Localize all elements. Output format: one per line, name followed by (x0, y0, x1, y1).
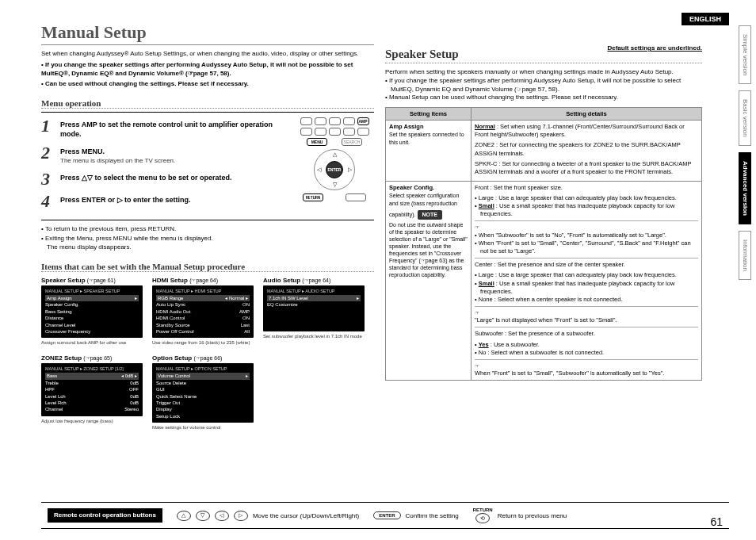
panel-speaker-setup: Speaker Setup (☞page 61) MANUAL SETUP ▸ … (41, 277, 143, 345)
remote-diagram: AMP MENU SEARCH △ ▽ ◁ ▷ (298, 117, 371, 195)
row-amp-assign: Amp Assign Set the speakers connected to… (386, 121, 472, 182)
remote-btn (343, 117, 355, 125)
remote-dpad: △ ▽ ◁ ▷ ENTER (314, 149, 355, 190)
menu-operation-heading: Menu operation (41, 98, 374, 109)
enter-button-icon: ENTER (373, 511, 400, 519)
footer-return-group: RETURN ⟲ Return to previous menu (473, 507, 567, 523)
panel-audio-setup: Audio Setup (☞page 64) MANUAL SETUP ▸ AU… (263, 277, 365, 345)
remote-btn (357, 128, 369, 136)
arrow-right-icon: ▷ (348, 167, 352, 173)
after-steps-notes: To return to the previous item, press RE… (41, 225, 374, 252)
col-setting-items: Setting items (386, 108, 472, 121)
pointer-icon (475, 309, 698, 316)
speaker-intro: Perform when setting the speakers manual… (385, 68, 702, 102)
footer-bar: Remote control operation buttons △ ▽ ◁ ▷… (41, 502, 729, 529)
settings-table: Setting items Setting details Amp Assign… (385, 107, 702, 381)
note-badge: NOTE (418, 210, 442, 219)
arrow-left-icon: ◁ (317, 167, 321, 173)
tab-information[interactable]: Information (739, 231, 751, 280)
row-speaker-config-details: Front : Set the front speaker size. Larg… (472, 181, 702, 380)
remote-btn (300, 128, 312, 136)
remote-amp-button: AMP (357, 117, 369, 125)
remote-btn (329, 128, 341, 136)
remote-btn (315, 128, 326, 136)
steps-box: AMP MENU SEARCH △ ▽ ◁ ▷ (41, 112, 374, 220)
language-badge: ENGLISH (682, 13, 729, 25)
remote-return-button: RETURN (303, 193, 323, 201)
items-heading: Items that can be set with the Manual Se… (41, 262, 374, 272)
remote-btn (315, 117, 326, 125)
pointer-icon (475, 362, 698, 370)
arrow-down-icon: ▽ (333, 182, 337, 188)
col-setting-details: Setting details (472, 108, 702, 121)
footer-enter-group: ENTER Confirm the setting (373, 511, 458, 519)
row-amp-assign-details: Normal : Normal : Set when using 7.1-cha… (472, 121, 702, 182)
page-title: Manual Setup (41, 22, 374, 45)
tab-advanced-version[interactable]: Advanced version (739, 152, 751, 224)
cursor-left-icon: ◁ (215, 511, 229, 521)
remote-enter-button: ENTER (326, 161, 343, 178)
footer-cursor-group: △ ▽ ◁ ▷ Move the cursor (Up/Down/Left/Ri… (177, 511, 359, 521)
page-number: 61 (710, 515, 723, 528)
remote-btn (343, 128, 355, 136)
pointer-icon (475, 224, 698, 231)
panel-hdmi-setup: HDMI Setup (☞page 64) MANUAL SETUP ▸ HDM… (152, 277, 254, 345)
default-settings-note: Default settings are underlined. (607, 44, 702, 52)
arrow-up-icon: △ (333, 151, 337, 158)
intro-block: Set when changing Audyssey® Auto Setup S… (41, 50, 374, 89)
side-tabs: Simple version Basic version Advanced ve… (739, 25, 751, 280)
osd-panels: Speaker Setup (☞page 61) MANUAL SETUP ▸ … (41, 277, 374, 430)
remote-search-button: SEARCH (342, 138, 362, 146)
tab-basic-version[interactable]: Basic version (739, 90, 751, 146)
tab-simple-version[interactable]: Simple version (739, 25, 751, 84)
return-button-icon: ⟲ (475, 513, 490, 523)
panel-zone2-setup: ZONE2 Setup (☞page 65) MANUAL SETUP ▸ ZO… (41, 354, 143, 430)
row-speaker-config: Speaker Config. Select speaker configura… (386, 181, 472, 380)
panel-option-setup: Option Setup (☞page 66) MANUAL SETUP ▸ O… (152, 354, 254, 430)
footer-badge: Remote control operation buttons (48, 508, 162, 523)
remote-btn (329, 117, 341, 125)
cursor-up-icon: △ (177, 511, 191, 521)
cursor-down-icon: ▽ (196, 511, 210, 521)
remote-btn (300, 117, 312, 125)
cursor-right-icon: ▷ (234, 511, 248, 521)
remote-btn (346, 193, 366, 201)
remote-menu-button: MENU (307, 138, 327, 146)
